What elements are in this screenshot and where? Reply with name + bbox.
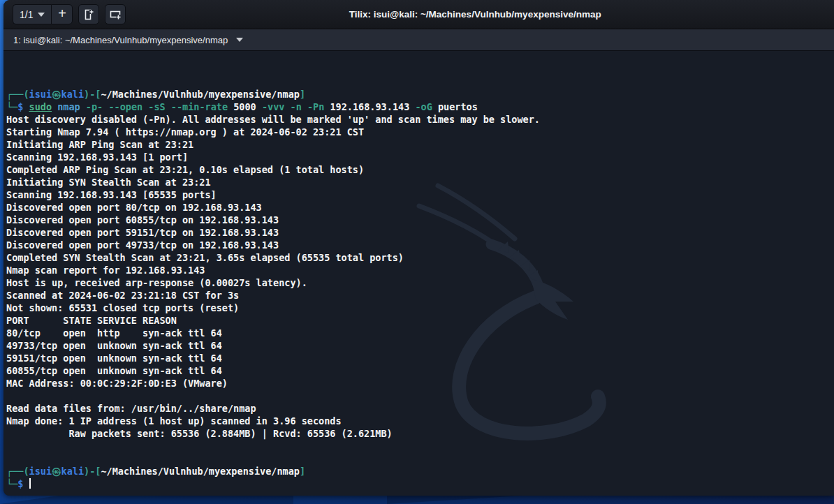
terminal-line — [6, 440, 834, 452]
terminal-title[interactable]: 1: isui@kali: ~/Machines/Vulnhub/myexpen… — [13, 35, 228, 45]
plus-icon: + — [58, 6, 66, 22]
session-pager-button[interactable]: 1/1 — [13, 4, 51, 24]
tilix-window: 1/1 + Tilix: isui@kali: ~/Machines/Vulnh… — [3, 0, 834, 496]
terminal-line: 49733/tcp open unknown syn-ack ttl 64 — [6, 339, 834, 352]
terminal-line: Scanned at 2024-06-02 23:21:18 CST for 3… — [6, 289, 834, 302]
terminal-line: Raw packets sent: 65536 (2.884MB) | Rcvd… — [6, 427, 834, 440]
terminal-line: Initiating ARP Ping Scan at 23:21 — [6, 138, 834, 151]
split-down-button[interactable] — [105, 4, 126, 24]
terminal-line: Discovered open port 60855/tcp on 192.16… — [6, 214, 834, 226]
terminal-line: MAC Address: 00:0C:29:2F:0D:E3 (VMware) — [6, 377, 834, 390]
terminal-line: Not shown: 65531 closed tcp ports (reset… — [6, 302, 834, 314]
session-pager-label: 1/1 — [20, 9, 33, 20]
terminal-line: └─$ — [6, 477, 834, 490]
window-title: Tilix: isui@kali: ~/Machines/Vulnhub/mye… — [126, 9, 834, 20]
terminal-line — [6, 452, 834, 465]
terminal-line: Starting Nmap 7.94 ( https://nmap.org ) … — [6, 126, 834, 138]
terminal-tab-bar: 1: isui@kali: ~/Machines/Vulnhub/myexpen… — [3, 29, 834, 51]
terminal-line: Discovered open port 49733/tcp on 192.16… — [6, 239, 834, 251]
terminal-line: ┌──(isui㉿kali)-[~/Machines/Vulnhub/myexp… — [6, 465, 834, 477]
terminal-line — [6, 75, 834, 88]
terminal-line — [6, 50, 834, 63]
terminal-line: 59151/tcp open unknown syn-ack ttl 64 — [6, 352, 834, 364]
terminal-line: └─$ sudo nmap -p- --open -sS --min-rate … — [6, 101, 834, 113]
chevron-down-icon — [38, 13, 45, 17]
terminal-line: Completed ARP Ping Scan at 23:21, 0.10s … — [6, 163, 834, 176]
terminal-line — [6, 390, 834, 402]
session-button-group: 1/1 + — [13, 4, 73, 24]
terminal-cursor — [29, 478, 31, 489]
terminal-line: Host is up, received arp-response (0.000… — [6, 276, 834, 289]
terminal-line: Discovered open port 59151/tcp on 192.16… — [6, 226, 834, 239]
terminal-line: ┌──(isui㉿kali)-[~/Machines/Vulnhub/myexp… — [6, 88, 834, 101]
terminal-output[interactable]: ┌──(isui㉿kali)-[~/Machines/Vulnhub/myexp… — [3, 50, 834, 496]
new-session-button[interactable]: + — [51, 4, 73, 24]
terminal-line: Discovered open port 80/tcp on 192.168.9… — [6, 201, 834, 214]
split-right-icon — [83, 9, 94, 20]
terminal-line: Initiating SYN Stealth Scan at 23:21 — [6, 176, 834, 188]
split-down-icon — [110, 9, 122, 20]
terminal-line: Completed SYN Stealth Scan at 23:21, 3.6… — [6, 251, 834, 264]
terminal-line: Host discovery disabled (-Pn). All addre… — [6, 113, 834, 126]
terminal-line: Nmap done: 1 IP address (1 host up) scan… — [6, 415, 834, 427]
terminal-line: Scanning 192.168.93.143 [65535 ports] — [6, 188, 834, 201]
terminal-line: Scanning 192.168.93.143 [1 port] — [6, 151, 834, 163]
titlebar: 1/1 + Tilix: isui@kali: ~/Machines/Vulnh… — [3, 0, 834, 29]
terminal-line: PORT STATE SERVICE REASON — [6, 314, 834, 327]
terminal-line: Nmap scan report for 192.168.93.143 — [6, 264, 834, 276]
terminal-line: 80/tcp open http syn-ack ttl 64 — [6, 327, 834, 339]
chevron-down-icon[interactable] — [236, 38, 243, 42]
split-right-button[interactable] — [78, 4, 99, 24]
terminal-line: 60855/tcp open unknown syn-ack ttl 64 — [6, 364, 834, 377]
terminal-line — [6, 63, 834, 75]
terminal-line: Read data files from: /usr/bin/../share/… — [6, 402, 834, 415]
